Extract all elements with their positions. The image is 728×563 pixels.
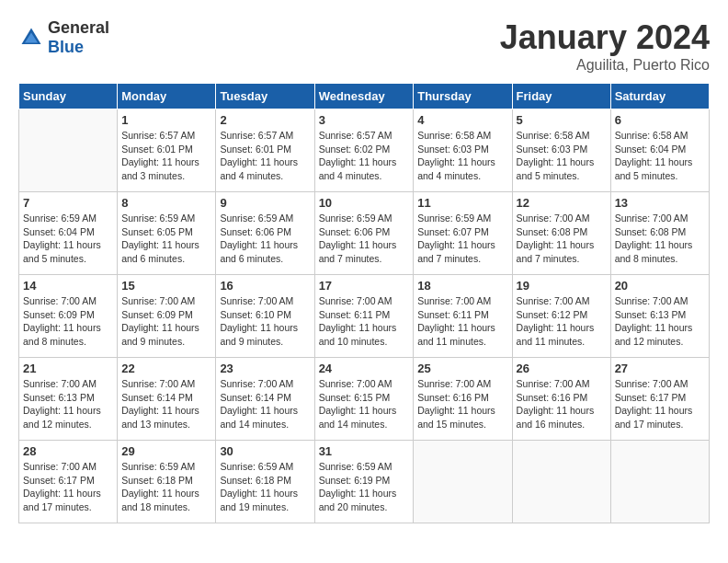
day-number: 27 [615,362,705,375]
day-number: 24 [319,362,410,375]
calendar-cell [512,441,610,523]
calendar-body: 1Sunrise: 6:57 AM Sunset: 6:01 PM Daylig… [19,109,710,523]
calendar-cell: 17Sunrise: 7:00 AM Sunset: 6:11 PM Dayli… [314,275,414,358]
calendar-cell [414,441,512,523]
calendar-cell: 16Sunrise: 7:00 AM Sunset: 6:10 PM Dayli… [216,275,314,358]
logo-icon [18,25,44,51]
day-info: Sunrise: 7:00 AM Sunset: 6:15 PM Dayligh… [319,377,410,431]
day-number: 15 [121,279,211,293]
weekday-header-thursday: Thursday [414,84,512,109]
day-info: Sunrise: 6:58 AM Sunset: 6:03 PM Dayligh… [417,129,507,183]
logo-general-text: General [48,18,109,37]
calendar-cell: 12Sunrise: 7:00 AM Sunset: 6:08 PM Dayli… [512,192,610,275]
day-info: Sunrise: 7:00 AM Sunset: 6:14 PM Dayligh… [220,377,310,431]
calendar-cell: 24Sunrise: 7:00 AM Sunset: 6:15 PM Dayli… [314,358,414,441]
day-info: Sunrise: 7:00 AM Sunset: 6:11 PM Dayligh… [319,294,410,349]
calendar-cell: 5Sunrise: 6:58 AM Sunset: 6:03 PM Daylig… [512,109,610,192]
day-info: Sunrise: 6:59 AM Sunset: 6:19 PM Dayligh… [319,460,410,514]
month-title: January 2024 [500,18,710,57]
day-number: 3 [319,113,410,127]
week-row-5: 28Sunrise: 7:00 AM Sunset: 6:17 PM Dayli… [19,441,710,523]
day-info: Sunrise: 7:00 AM Sunset: 6:09 PM Dayligh… [121,294,211,349]
calendar-cell [19,109,118,192]
calendar-cell: 15Sunrise: 7:00 AM Sunset: 6:09 PM Dayli… [118,275,216,358]
calendar-cell [610,441,709,523]
day-info: Sunrise: 7:00 AM Sunset: 6:16 PM Dayligh… [417,377,507,431]
day-info: Sunrise: 7:00 AM Sunset: 6:17 PM Dayligh… [615,377,705,431]
day-info: Sunrise: 7:00 AM Sunset: 6:09 PM Dayligh… [23,294,113,349]
day-number: 18 [417,279,507,293]
day-number: 7 [23,196,113,210]
day-info: Sunrise: 7:00 AM Sunset: 6:13 PM Dayligh… [23,377,113,431]
weekday-header-row: SundayMondayTuesdayWednesdayThursdayFrid… [19,84,710,109]
day-number: 6 [615,113,705,127]
calendar-cell: 31Sunrise: 6:59 AM Sunset: 6:19 PM Dayli… [314,441,414,523]
calendar-cell: 14Sunrise: 7:00 AM Sunset: 6:09 PM Dayli… [19,275,118,358]
calendar-cell: 1Sunrise: 6:57 AM Sunset: 6:01 PM Daylig… [118,109,216,192]
day-number: 10 [319,196,410,210]
day-number: 23 [220,362,310,375]
calendar-cell: 3Sunrise: 6:57 AM Sunset: 6:02 PM Daylig… [314,109,414,192]
day-info: Sunrise: 7:00 AM Sunset: 6:10 PM Dayligh… [220,294,310,349]
weekday-header-sunday: Sunday [19,84,118,109]
calendar-cell: 18Sunrise: 7:00 AM Sunset: 6:11 PM Dayli… [414,275,512,358]
day-number: 16 [220,279,310,293]
calendar-cell: 27Sunrise: 7:00 AM Sunset: 6:17 PM Dayli… [610,358,709,441]
day-number: 4 [417,113,507,127]
day-info: Sunrise: 6:59 AM Sunset: 6:18 PM Dayligh… [220,460,310,514]
day-number: 25 [417,362,507,375]
day-info: Sunrise: 7:00 AM Sunset: 6:14 PM Dayligh… [121,377,211,431]
calendar-cell: 11Sunrise: 6:59 AM Sunset: 6:07 PM Dayli… [414,192,512,275]
calendar-cell: 23Sunrise: 7:00 AM Sunset: 6:14 PM Dayli… [216,358,314,441]
day-info: Sunrise: 6:59 AM Sunset: 6:06 PM Dayligh… [319,212,410,266]
day-number: 8 [121,196,211,210]
week-row-1: 1Sunrise: 6:57 AM Sunset: 6:01 PM Daylig… [19,109,710,192]
day-number: 1 [121,113,211,127]
calendar-cell: 26Sunrise: 7:00 AM Sunset: 6:16 PM Dayli… [512,358,610,441]
page-header: General Blue January 2024 Aguilita, Puer… [18,18,710,74]
weekday-header-wednesday: Wednesday [314,84,414,109]
day-number: 13 [615,196,705,210]
calendar-cell: 2Sunrise: 6:57 AM Sunset: 6:01 PM Daylig… [216,109,314,192]
day-info: Sunrise: 6:59 AM Sunset: 6:07 PM Dayligh… [417,212,507,266]
day-number: 28 [23,444,113,458]
day-info: Sunrise: 7:00 AM Sunset: 6:08 PM Dayligh… [517,212,607,266]
weekday-header-monday: Monday [118,84,216,109]
calendar-cell: 29Sunrise: 6:59 AM Sunset: 6:18 PM Dayli… [118,441,216,523]
calendar-cell: 9Sunrise: 6:59 AM Sunset: 6:06 PM Daylig… [216,192,314,275]
day-number: 9 [220,196,310,210]
day-info: Sunrise: 6:59 AM Sunset: 6:04 PM Dayligh… [23,212,113,266]
day-number: 17 [319,279,410,293]
day-number: 2 [220,113,310,127]
calendar-cell: 13Sunrise: 7:00 AM Sunset: 6:08 PM Dayli… [610,192,709,275]
day-number: 11 [417,196,507,210]
calendar-cell: 7Sunrise: 6:59 AM Sunset: 6:04 PM Daylig… [19,192,118,275]
location-title: Aguilita, Puerto Rico [500,57,710,74]
day-number: 26 [517,362,607,375]
day-info: Sunrise: 6:59 AM Sunset: 6:05 PM Dayligh… [121,212,211,266]
logo: General Blue [18,18,109,57]
title-section: January 2024 Aguilita, Puerto Rico [500,18,710,74]
day-number: 22 [121,362,211,375]
day-info: Sunrise: 7:00 AM Sunset: 6:13 PM Dayligh… [615,294,705,349]
day-info: Sunrise: 7:00 AM Sunset: 6:17 PM Dayligh… [23,460,113,514]
calendar-cell: 4Sunrise: 6:58 AM Sunset: 6:03 PM Daylig… [414,109,512,192]
calendar-cell: 20Sunrise: 7:00 AM Sunset: 6:13 PM Dayli… [610,275,709,358]
weekday-header-tuesday: Tuesday [216,84,314,109]
calendar-table: SundayMondayTuesdayWednesdayThursdayFrid… [18,83,710,523]
day-number: 29 [121,444,211,458]
day-info: Sunrise: 7:00 AM Sunset: 6:16 PM Dayligh… [517,377,607,431]
calendar-cell: 21Sunrise: 7:00 AM Sunset: 6:13 PM Dayli… [19,358,118,441]
day-number: 12 [517,196,607,210]
day-info: Sunrise: 6:57 AM Sunset: 6:01 PM Dayligh… [220,129,310,183]
day-number: 19 [517,279,607,293]
day-number: 5 [517,113,607,127]
day-number: 31 [319,444,410,458]
day-info: Sunrise: 6:57 AM Sunset: 6:01 PM Dayligh… [121,129,211,183]
calendar-cell: 22Sunrise: 7:00 AM Sunset: 6:14 PM Dayli… [118,358,216,441]
day-info: Sunrise: 6:59 AM Sunset: 6:18 PM Dayligh… [121,460,211,514]
weekday-header-saturday: Saturday [610,84,709,109]
day-info: Sunrise: 6:57 AM Sunset: 6:02 PM Dayligh… [319,129,410,183]
day-info: Sunrise: 7:00 AM Sunset: 6:08 PM Dayligh… [615,212,705,266]
day-info: Sunrise: 7:00 AM Sunset: 6:12 PM Dayligh… [517,294,607,349]
